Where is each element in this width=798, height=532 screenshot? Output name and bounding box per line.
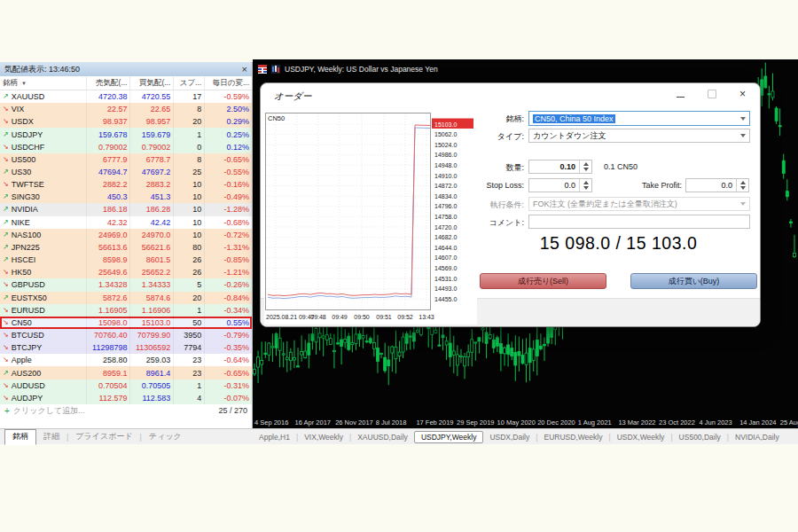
chart-tab-usdjpy-weekly[interactable]: USDJPY,Weekly	[414, 431, 484, 443]
market-watch-row[interactable]: ↘USDCHF0.790020.7900200.12%	[0, 141, 252, 153]
symbol-name: Apple	[12, 356, 32, 364]
symbol-name: GBPUSD	[12, 280, 45, 289]
symbol-cell: ↘USDCHF	[0, 141, 87, 153]
market-watch-row[interactable]: ↗EUSTX505872.65874.620-0.84%	[0, 292, 252, 304]
date-axis-label: 14 Jan 2024	[739, 419, 776, 426]
market-watch-row[interactable]: ↗NAS10024969.024970.010-0.72%	[0, 229, 252, 241]
chart-title: USDJPY, Weekly: US Dollar vs Japanese Ye…	[285, 65, 438, 74]
market-watch-row[interactable]: ↘AUDUSD0.705040.705051-0.31%	[0, 379, 252, 392]
svg-text:14569.0: 14569.0	[434, 265, 457, 271]
chart-tab-us500-daily[interactable]: US500,Daily	[673, 431, 727, 443]
market-watch-row[interactable]: ↘BTCJPY11298798113065927794-0.35%	[0, 341, 252, 354]
spread-cell: 3950	[174, 329, 205, 341]
chart-tab-nvidia-daily[interactable]: NVIDIA,Daily	[729, 431, 786, 443]
market-watch-row[interactable]: ↘Apple258.80259.0323-0.64%	[0, 354, 252, 366]
ask-cell: 159.679	[130, 128, 174, 140]
date-axis-label: 1 Aug 2021	[578, 419, 612, 426]
chart-tab-apple-h1[interactable]: Apple,H1	[253, 431, 296, 443]
order-type-combobox[interactable]: カウントダウン注文	[528, 129, 750, 143]
market-watch-titlebar: 気配値表示: 13:46:50 ×	[0, 62, 252, 76]
market-watch-row[interactable]: ↘US5006777.96778.78-0.65%	[0, 153, 252, 166]
change-cell: 0.12%	[205, 141, 252, 153]
buy-button[interactable]: 成行買い(Buy)	[630, 273, 757, 289]
market-watch-row[interactable]: ↘EURUSD1.169051.169061-0.34%	[0, 304, 252, 317]
spinner-buttons	[736, 179, 748, 192]
stop-loss-spinner[interactable]: 0.0	[528, 178, 592, 192]
panel-tab--[interactable]: ティック	[142, 429, 189, 444]
bid-cell: 70760.40	[87, 329, 131, 341]
ask-cell: 1.16906	[130, 304, 174, 317]
comment-input[interactable]	[528, 215, 750, 229]
chart-type-icon	[271, 65, 280, 74]
market-watch-row[interactable]: ↗HSCEI8598.98601.526-0.85%	[0, 254, 252, 266]
down-arrow-icon: ↘	[3, 156, 9, 163]
chart-tab-usdx-daily[interactable]: USDX,Daily	[483, 431, 536, 443]
fill-policy-combobox: FOK注文 (全量約定または全量取消注文)	[528, 197, 750, 211]
chart-tab-eurusd-weekly[interactable]: EURUSD,Weekly	[537, 431, 608, 443]
chart-tab-xauusd-daily[interactable]: XAUUSD,Daily	[351, 431, 414, 443]
market-watch-row[interactable]: ↗SING30450.3451.310-0.49%	[0, 191, 252, 203]
market-watch-row[interactable]: ↘AUDJPY112.579112.5834-0.07%	[0, 392, 252, 404]
ask-cell: 186.28	[130, 203, 174, 215]
market-watch-row[interactable]: ↘BTCUSD70760.4070799.903950-0.79%	[0, 329, 252, 341]
date-axis-label: 16 Apr 2017	[295, 419, 331, 426]
column-header-2[interactable]: 買気配(...	[130, 76, 174, 90]
symbol-cell: ↘GBPUSD	[0, 278, 87, 291]
column-header-0[interactable]: 銘柄▼	[0, 76, 87, 90]
symbol-cell: ↘HK50	[0, 266, 87, 278]
spinner-up-icon[interactable]	[583, 162, 589, 166]
panel-tab--[interactable]: 銘柄	[4, 429, 36, 445]
bid-cell: 1.16905	[87, 304, 131, 317]
market-watch-row[interactable]: ↘USDX98.93798.957200.29%	[0, 115, 252, 128]
spinner-down-icon[interactable]	[583, 186, 589, 190]
close-button[interactable]: ×	[739, 89, 746, 99]
svg-text:14986.0: 14986.0	[434, 152, 457, 158]
market-watch-row[interactable]: ↗XAUUSD4720.384720.5517-0.59%	[0, 90, 252, 103]
panel-tab--[interactable]: 詳細	[36, 429, 66, 444]
symbol-cell: ↘CN50	[0, 317, 87, 329]
maximize-button[interactable]	[708, 90, 716, 98]
spinner-down-icon[interactable]	[740, 186, 746, 190]
symbol-combobox[interactable]: CN50, China 50 Index	[528, 111, 750, 126]
chart-tab-vix-weekly[interactable]: VIX,Weekly	[298, 431, 349, 443]
up-arrow-icon: ↗	[3, 206, 9, 213]
volume-spinner[interactable]: 0.10	[528, 160, 592, 174]
symbol-cell: ↗JPN225	[0, 241, 87, 254]
symbol-cell: ↘TWFTSE	[0, 178, 87, 191]
panel-tab--[interactable]: プライスボード	[68, 429, 139, 444]
market-watch-row[interactable]: ↘GBPUSD1.343281.343335-0.26%	[0, 278, 252, 291]
market-watch-row[interactable]: ↗AUS2008959.18961.423-0.65%	[0, 366, 252, 379]
market-watch-row[interactable]: ↗USDJPY159.678159.67910.25%	[0, 128, 252, 140]
market-watch-row[interactable]: ↗NIKE42.3242.4210-0.68%	[0, 216, 252, 229]
take-profit-spinner[interactable]: 0.0	[685, 178, 749, 192]
market-watch-row[interactable]: ↘TWFTSE2882.22883.210-0.16%	[0, 178, 252, 191]
market-watch-row[interactable]: ↗US3047694.747697.225-0.55%	[0, 166, 252, 178]
market-watch-panel: 気配値表示: 13:46:50 × 銘柄▼売気配(...買気配(...スプ...…	[0, 62, 253, 428]
sell-button[interactable]: 成行売り(Sell)	[480, 273, 606, 289]
close-icon[interactable]: ×	[242, 65, 247, 74]
add-symbol-row[interactable]: + クリックして追加... 25 / 270	[0, 404, 252, 418]
market-watch-row[interactable]: ↘CN5015098.015103.0500.55%	[0, 317, 252, 329]
ask-cell: 112.583	[130, 392, 174, 404]
date-axis: 4 Sep 201616 Apr 201726 Nov 20178 Jul 20…	[253, 417, 798, 428]
market-watch-row[interactable]: ↘HK5025649.625652.226-1.21%	[0, 266, 252, 278]
market-watch-row[interactable]: ↗NVIDIA186.18186.2810-1.28%	[0, 203, 252, 215]
ask-cell: 11306592	[130, 341, 174, 354]
spinner-up-icon[interactable]	[740, 181, 746, 184]
change-cell: -0.35%	[205, 341, 252, 354]
up-arrow-icon: ↗	[3, 219, 9, 226]
plus-icon: +	[4, 406, 10, 416]
fill-policy-label: 執行条件:	[439, 200, 524, 211]
minimize-button[interactable]	[677, 97, 685, 98]
column-header-1[interactable]: 売気配(...	[87, 76, 131, 90]
market-watch-row[interactable]: ↗JPN22556613.656621.680-1.31%	[0, 241, 252, 254]
spinner-down-icon[interactable]	[583, 168, 589, 171]
bid-cell: 258.80	[87, 354, 131, 366]
spinner-up-icon[interactable]	[583, 181, 589, 184]
column-header-4[interactable]: 毎日の変...	[205, 76, 252, 90]
ask-cell: 47697.2	[130, 166, 174, 178]
column-header-3[interactable]: スプ...	[174, 76, 205, 90]
market-watch-rows: ↗XAUUSD4720.384720.5517-0.59%↘VIX22.5722…	[0, 90, 252, 404]
chart-tab-usdx-weekly[interactable]: USDX,Weekly	[611, 431, 671, 443]
market-watch-row[interactable]: ↘VIX22.5722.6582.50%	[0, 103, 252, 115]
